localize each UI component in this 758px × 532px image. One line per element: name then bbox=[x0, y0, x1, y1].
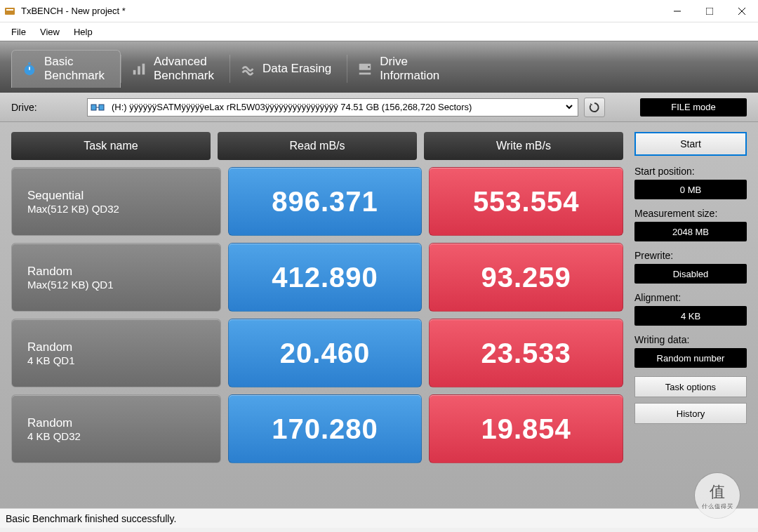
bars-icon bbox=[131, 61, 147, 77]
start-position-label: Start position: bbox=[634, 166, 747, 177]
main-area: Task name Read mB/s Write mB/s Sequentia… bbox=[0, 122, 758, 508]
svg-rect-16 bbox=[99, 105, 104, 110]
refresh-button[interactable] bbox=[584, 98, 605, 117]
minimize-button[interactable] bbox=[661, 0, 693, 22]
read-value[interactable]: 412.890 bbox=[228, 243, 423, 312]
writing-data-label: Writing data: bbox=[634, 334, 747, 345]
start-button[interactable]: Start bbox=[634, 132, 747, 156]
task-cell[interactable]: SequentialMax(512 KB) QD32 bbox=[11, 167, 221, 236]
header-task: Task name bbox=[11, 132, 211, 160]
start-position-value[interactable]: 0 MB bbox=[634, 180, 747, 199]
read-value[interactable]: 896.371 bbox=[228, 167, 423, 236]
read-value[interactable]: 20.460 bbox=[228, 319, 423, 387]
header-write: Write mB/s bbox=[424, 132, 623, 160]
svg-rect-3 bbox=[706, 8, 713, 15]
tab-drive-information[interactable]: DriveInformation bbox=[347, 50, 455, 88]
stopwatch-icon bbox=[22, 61, 37, 77]
tab-basic-benchmark[interactable]: BasicBenchmark bbox=[11, 50, 121, 88]
close-button[interactable] bbox=[726, 0, 758, 22]
side-pane: Start Start position: 0 MB Measurement s… bbox=[634, 132, 747, 503]
svg-rect-1 bbox=[6, 9, 13, 11]
tabbar: BasicBenchmark AdvancedBenchmark Data Er… bbox=[0, 41, 758, 93]
task-options-button[interactable]: Task options bbox=[634, 376, 747, 397]
maximize-button[interactable] bbox=[693, 0, 726, 22]
tab-label: Data Erasing bbox=[262, 62, 331, 76]
drive-device-icon bbox=[91, 102, 105, 112]
tab-label: Information bbox=[380, 69, 439, 83]
alignment-label: Alignment: bbox=[634, 292, 747, 303]
write-value[interactable]: 19.854 bbox=[429, 394, 623, 463]
menubar: File View Help bbox=[0, 22, 758, 41]
svg-rect-11 bbox=[142, 63, 145, 74]
write-value[interactable]: 23.533 bbox=[429, 319, 623, 387]
results-pane: Task name Read mB/s Write mB/s Sequentia… bbox=[11, 132, 623, 503]
status-text: Basic Benchmark finished successfully. bbox=[6, 513, 176, 524]
toolbar: Drive: (H:) ÿÿÿÿÿÿSATMÿÿÿÿÿeLax rRL5W03ÿ… bbox=[0, 93, 758, 122]
table-row: SequentialMax(512 KB) QD32 896.371 553.5… bbox=[11, 167, 623, 236]
window-title: TxBENCH - New project * bbox=[21, 6, 661, 16]
task-cell[interactable]: RandomMax(512 KB) QD1 bbox=[11, 243, 221, 312]
prewrite-value[interactable]: Disabled bbox=[634, 264, 747, 284]
task-cell[interactable]: Random4 KB QD32 bbox=[11, 394, 221, 463]
menu-help[interactable]: Help bbox=[67, 25, 100, 39]
history-button[interactable]: History bbox=[634, 403, 747, 424]
svg-rect-7 bbox=[28, 62, 31, 65]
tab-data-erasing[interactable]: Data Erasing bbox=[230, 50, 347, 88]
table-row: Random4 KB QD1 20.460 23.533 bbox=[11, 319, 623, 387]
write-value[interactable]: 93.259 bbox=[429, 243, 623, 312]
prewrite-label: Prewrite: bbox=[634, 250, 747, 261]
tab-label: Benchmark bbox=[154, 69, 214, 83]
watermark: 值 什么值得买 bbox=[695, 473, 740, 518]
svg-point-13 bbox=[368, 65, 370, 67]
writing-data-value[interactable]: Random number bbox=[634, 348, 747, 368]
tab-label: Benchmark bbox=[44, 69, 105, 83]
drive-icon bbox=[357, 61, 373, 77]
tab-label: Basic bbox=[44, 55, 105, 69]
file-mode-button[interactable]: FILE mode bbox=[640, 98, 747, 117]
alignment-value[interactable]: 4 KB bbox=[634, 306, 747, 326]
svg-rect-14 bbox=[359, 72, 371, 74]
header-read: Read mB/s bbox=[218, 132, 417, 160]
measurement-size-value[interactable]: 2048 MB bbox=[634, 222, 747, 241]
erase-icon bbox=[240, 61, 255, 77]
drive-select[interactable]: (H:) ÿÿÿÿÿÿSATMÿÿÿÿÿeLax rRL5W03ÿÿÿÿÿÿÿÿ… bbox=[87, 98, 578, 117]
task-cell[interactable]: Random4 KB QD1 bbox=[11, 319, 221, 387]
svg-rect-9 bbox=[133, 69, 136, 74]
refresh-icon bbox=[589, 102, 600, 113]
header-row: Task name Read mB/s Write mB/s bbox=[11, 132, 623, 160]
tab-advanced-benchmark[interactable]: AdvancedBenchmark bbox=[121, 50, 230, 88]
drive-label: Drive: bbox=[11, 102, 81, 113]
measurement-size-label: Measurement size: bbox=[634, 208, 747, 219]
app-icon bbox=[4, 6, 15, 17]
svg-rect-0 bbox=[5, 8, 15, 15]
table-row: RandomMax(512 KB) QD1 412.890 93.259 bbox=[11, 243, 623, 312]
tab-label: Advanced bbox=[154, 55, 214, 69]
titlebar: TxBENCH - New project * bbox=[0, 0, 758, 22]
svg-rect-10 bbox=[138, 66, 140, 74]
menu-file[interactable]: File bbox=[4, 25, 33, 39]
statusbar: Basic Benchmark finished successfully. bbox=[0, 508, 758, 528]
table-row: Random4 KB QD32 170.280 19.854 bbox=[11, 394, 623, 463]
menu-view[interactable]: View bbox=[33, 25, 67, 39]
tab-label: Drive bbox=[380, 55, 439, 69]
svg-rect-15 bbox=[91, 105, 96, 110]
read-value[interactable]: 170.280 bbox=[228, 394, 423, 463]
write-value[interactable]: 553.554 bbox=[429, 167, 623, 236]
